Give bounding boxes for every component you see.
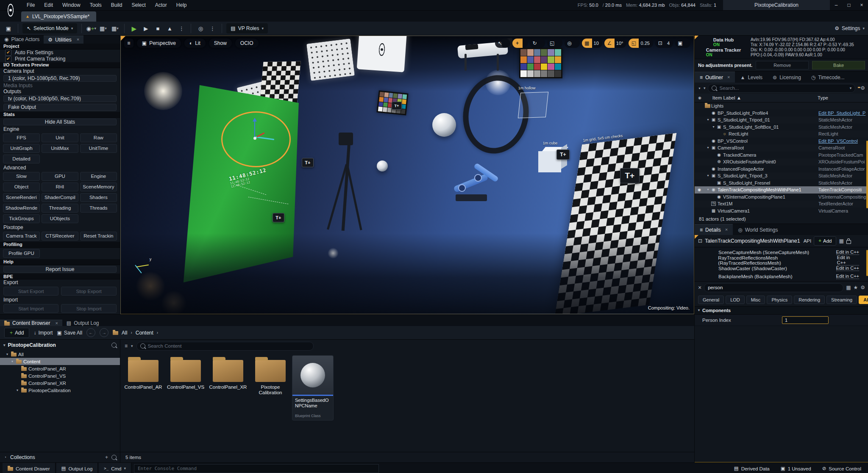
save-all-button[interactable]: Save All xyxy=(57,330,82,336)
save-icon[interactable] xyxy=(3,23,14,33)
console-command-input[interactable] xyxy=(134,464,379,473)
tab-output-log[interactable]: Output Log xyxy=(62,320,103,326)
tab-outliner[interactable]: Outliner xyxy=(695,72,735,83)
add-component-button[interactable]: Add xyxy=(814,236,836,246)
stat-toggle-button[interactable]: UObjects xyxy=(42,214,78,223)
expand-icon[interactable] xyxy=(706,118,710,122)
vp-roles-dropdown[interactable]: VP Roles xyxy=(226,23,268,33)
back-button[interactable] xyxy=(86,328,95,337)
outliner-search-input[interactable]: Search... xyxy=(708,84,855,93)
filter-tab[interactable]: Misc xyxy=(746,296,765,304)
edit-in-cpp-link[interactable]: Edit in C++ xyxy=(836,274,859,279)
viewport-option-pill[interactable]: Lit xyxy=(184,39,206,48)
stat-toggle-button[interactable]: GPU xyxy=(42,172,78,181)
edit-in-cpp-link[interactable]: Edit in C++ xyxy=(836,266,859,271)
viewport-menu-icon[interactable] xyxy=(124,39,134,48)
hide-all-stats-button[interactable]: Hide All Stats xyxy=(3,119,117,125)
menu-item[interactable]: Select xyxy=(127,0,150,10)
folder-tile[interactable]: ControlPanel_AR xyxy=(123,356,164,390)
eject-button[interactable] xyxy=(164,23,175,33)
breadcrumb-all[interactable]: All xyxy=(122,330,127,336)
menu-item[interactable]: Build xyxy=(106,0,127,10)
checkbox-row[interactable]: ✔ Print Camera Tracking xyxy=(0,56,120,62)
close-icon[interactable] xyxy=(55,321,58,326)
tab-utilities[interactable]: Utilities xyxy=(44,36,83,44)
source-control-button[interactable]: Source Control xyxy=(822,466,861,471)
search-icon[interactable] xyxy=(111,455,117,460)
export-button[interactable]: Start Export xyxy=(3,287,58,296)
folder-tile[interactable]: ControlPanel_XR xyxy=(208,356,248,390)
stat-toggle-button[interactable]: Shaders xyxy=(80,193,117,202)
viewport-option-pill[interactable]: Show xyxy=(209,39,232,48)
tab-timecode[interactable]: Timecode... xyxy=(806,72,850,83)
collections-row[interactable]: Collections xyxy=(0,452,120,462)
folder-tree-row[interactable]: PixotopeCalibration xyxy=(0,387,120,394)
output-log-button[interactable]: Output Log xyxy=(56,463,98,473)
viewport-tool-button[interactable] xyxy=(675,39,690,48)
viewport-option-pill[interactable]: OCIO xyxy=(235,39,259,48)
output-button[interactable]: Fake Output xyxy=(3,104,117,111)
component-row[interactable]: BackplaneMesh (BackplaneMesh) Edit in C+… xyxy=(695,272,868,280)
viewport-tool-button[interactable] xyxy=(512,39,528,48)
checkbox-row[interactable]: ✔ Auto Fix Settings xyxy=(0,50,120,56)
clear-search-icon[interactable] xyxy=(698,285,701,290)
close-icon[interactable] xyxy=(727,75,730,80)
tab-place-actors[interactable]: Place Actors xyxy=(0,36,44,44)
component-row[interactable]: ShadowCaster (ShadowCaster) Edit in C++ xyxy=(695,264,868,272)
derived-data-button[interactable]: Derived Data xyxy=(734,466,770,471)
outliner-row[interactable]: S_StudioLight_SoftBox_01 StaticMeshActor xyxy=(695,124,868,131)
outliner-row[interactable]: InstancedFoliageActor InstancedFoliageAc… xyxy=(695,166,868,173)
gear-icon[interactable] xyxy=(860,285,865,290)
tab-details[interactable]: Details xyxy=(695,224,733,235)
folder-tree-row[interactable]: ControlPanel_XR xyxy=(0,379,120,387)
outliner-row[interactable]: XROutsideFrustumPoint0 XROutsideFrustumP… xyxy=(695,158,868,166)
person-index-input[interactable] xyxy=(782,316,829,324)
folder-tree-row[interactable]: All xyxy=(0,351,120,358)
stat-toggle-button[interactable]: Threads xyxy=(80,204,117,213)
viewport-tool-button[interactable]: 4 xyxy=(655,39,673,48)
checkbox-checked-icon[interactable]: ✔ xyxy=(5,56,11,62)
expand-icon[interactable] xyxy=(5,353,9,356)
scrollbar[interactable] xyxy=(866,141,868,208)
stat-toggle-button[interactable]: SceneMemory xyxy=(80,183,117,191)
folder-tile[interactable]: ControlPanel_VS xyxy=(165,356,206,390)
type-column[interactable]: Type xyxy=(818,95,865,100)
outliner-row[interactable]: BP_VSControl Edit BP_VSControl xyxy=(695,138,868,145)
close-button[interactable] xyxy=(855,0,868,10)
import-button[interactable]: Import xyxy=(33,330,53,336)
platforms-icon[interactable] xyxy=(195,23,206,33)
folder-tree-row[interactable]: ControlPanel_VS xyxy=(0,372,120,379)
stat-toggle-button[interactable]: ShadowRende xyxy=(3,204,40,213)
add-collection-icon[interactable] xyxy=(105,455,108,460)
stat-toggle-button[interactable]: UnitMax xyxy=(42,144,78,153)
outliner-row[interactable]: RectLight RectLight xyxy=(695,130,868,138)
settings-dropdown[interactable]: Settings xyxy=(835,25,865,31)
profile-gpu-button[interactable]: Profile GPU xyxy=(3,249,40,258)
cmd-dropdown[interactable]: Cmd xyxy=(99,463,131,473)
viewport-option-pill[interactable]: Perspective xyxy=(137,39,181,48)
add-actor-dropdown[interactable] xyxy=(86,23,96,33)
menu-item[interactable]: Help xyxy=(172,0,192,10)
play-button[interactable] xyxy=(129,23,139,33)
import-button[interactable]: Stop Import xyxy=(61,304,116,313)
play-options-icon[interactable] xyxy=(176,23,186,33)
search-icon[interactable] xyxy=(111,343,117,348)
filter-tab[interactable]: General xyxy=(698,296,724,304)
viewport-tool-button[interactable] xyxy=(565,39,580,48)
outliner-row[interactable]: BP_StudioLight_Profile4 Edit BP_StudioLi… xyxy=(695,110,868,117)
output-button[interactable]: tv (color, HD-1080p50, Rec.709) xyxy=(3,95,117,102)
stat-toggle-button[interactable]: Raw xyxy=(80,133,117,142)
bake-button[interactable]: Bake xyxy=(812,61,865,69)
display-options-icon[interactable] xyxy=(846,285,851,290)
filter-tab[interactable]: LOD xyxy=(726,296,745,304)
stat-toggle-button[interactable]: Unit xyxy=(42,133,78,142)
viewport-tool-button[interactable]: 0.25 xyxy=(629,39,653,48)
blueprints-dropdown[interactable] xyxy=(98,23,108,33)
outliner-row[interactable]: S_StudioLight_Fresnel StaticMeshActor xyxy=(695,180,868,187)
details-search-input[interactable]: person xyxy=(704,283,843,292)
lock-icon[interactable] xyxy=(846,240,851,244)
import-button[interactable]: Start Import xyxy=(3,304,58,313)
item-label-column[interactable]: Item Label ▲ xyxy=(712,95,741,100)
forward-button[interactable] xyxy=(100,328,108,337)
cinematics-dropdown[interactable] xyxy=(110,23,120,33)
